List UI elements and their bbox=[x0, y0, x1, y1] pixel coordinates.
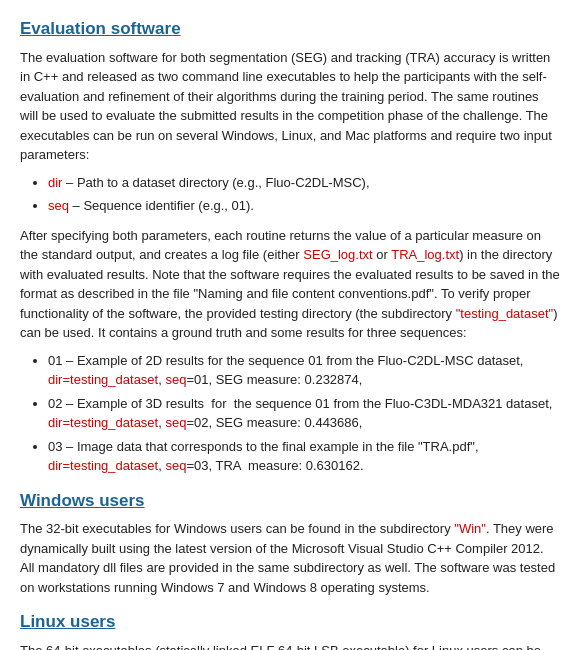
param-dir-item: dir – Path to a dataset directory (e.g.,… bbox=[48, 173, 560, 193]
param-seq-text: – Sequence identifier (e.g., 01). bbox=[69, 198, 254, 213]
testing-dataset-ref: "testing_dataset" bbox=[456, 306, 553, 321]
param-dir-text: – Path to a dataset directory (e.g., Flu… bbox=[62, 175, 369, 190]
seq03-main: 03 – Image data that corresponds to the … bbox=[48, 439, 479, 454]
linux-heading: Linux users bbox=[20, 609, 560, 635]
eval-software-intro: The evaluation software for both segment… bbox=[20, 48, 560, 165]
windows-content: The 32-bit executables for Windows users… bbox=[20, 519, 560, 597]
seg-log-ref: SEG_log.txt bbox=[303, 247, 372, 262]
windows-section: Windows users The 32-bit executables for… bbox=[20, 488, 560, 598]
sequence-01-item: 01 – Example of 2D results for the seque… bbox=[48, 351, 560, 390]
linux-section: Linux users The 64-bit executables (stat… bbox=[20, 609, 560, 650]
param-seq-item: seq – Sequence identifier (e.g., 01). bbox=[48, 196, 560, 216]
sequence-list: 01 – Example of 2D results for the seque… bbox=[48, 351, 560, 476]
eval-software-para2: After specifying both parameters, each r… bbox=[20, 226, 560, 343]
linux-content: The 64-bit executables (statically linke… bbox=[20, 641, 560, 651]
seq01-main: 01 – Example of 2D results for the seque… bbox=[48, 353, 523, 368]
seq02-seq: seq bbox=[165, 415, 186, 430]
eval-software-section: Evaluation software The evaluation softw… bbox=[20, 16, 560, 476]
param-seq-label: seq bbox=[48, 198, 69, 213]
param-list: dir – Path to a dataset directory (e.g.,… bbox=[48, 173, 560, 216]
seq01-seq: seq bbox=[165, 372, 186, 387]
seq03-dir: dir=testing_dataset bbox=[48, 458, 158, 473]
seq01-dir: dir=testing_dataset bbox=[48, 372, 158, 387]
seq02-dir: dir=testing_dataset bbox=[48, 415, 158, 430]
seq02-rest: =02, SEG measure: 0.443686, bbox=[186, 415, 362, 430]
tra-log-ref: TRA_log.txt bbox=[391, 247, 459, 262]
seq03-seq: seq bbox=[165, 458, 186, 473]
win-dir-ref: "Win" bbox=[454, 521, 486, 536]
param-dir-label: dir bbox=[48, 175, 62, 190]
seq03-rest: =03, TRA measure: 0.630162. bbox=[186, 458, 363, 473]
sequence-02-item: 02 – Example of 3D results for the seque… bbox=[48, 394, 560, 433]
seq01-rest: =01, SEG measure: 0.232874, bbox=[186, 372, 362, 387]
seq02-main: 02 – Example of 3D results for the seque… bbox=[48, 396, 552, 411]
sequence-03-item: 03 – Image data that corresponds to the … bbox=[48, 437, 560, 476]
eval-software-heading: Evaluation software bbox=[20, 16, 560, 42]
windows-heading: Windows users bbox=[20, 488, 560, 514]
